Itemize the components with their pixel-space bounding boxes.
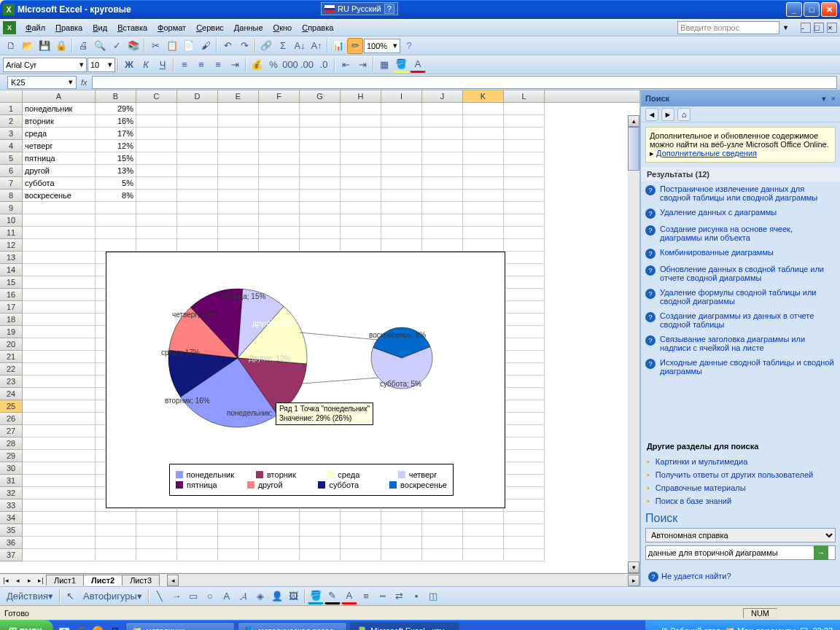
- cell[interactable]: [463, 549, 504, 561]
- cell[interactable]: [504, 289, 545, 301]
- maximize-button[interactable]: □: [804, 2, 820, 17]
- cell[interactable]: [23, 450, 96, 462]
- cell[interactable]: [23, 252, 96, 264]
- cell[interactable]: [300, 524, 341, 537]
- cell[interactable]: [381, 524, 422, 537]
- copy-icon[interactable]: 📋: [164, 38, 180, 54]
- help-result-item[interactable]: ?Исходные данные сводной таблицы и сводн…: [645, 355, 836, 378]
- cell[interactable]: [23, 214, 96, 227]
- print-icon[interactable]: 🖨: [75, 38, 91, 54]
- embedded-chart[interactable]: пятница; 15% четверг; 12% среда; 17% вто…: [106, 252, 505, 508]
- rectangle-icon[interactable]: ▭: [185, 588, 201, 604]
- cell[interactable]: [504, 140, 545, 152]
- row-header[interactable]: 4: [0, 140, 23, 152]
- row-header[interactable]: 29: [0, 450, 23, 462]
- cell[interactable]: [177, 214, 218, 227]
- cell[interactable]: [136, 115, 177, 128]
- cell[interactable]: другой: [23, 165, 96, 177]
- cut-icon[interactable]: ✂: [147, 38, 163, 54]
- help-icon[interactable]: ?: [401, 38, 417, 54]
- menu-Справка[interactable]: Справка: [297, 22, 338, 34]
- row-header[interactable]: 16: [0, 289, 23, 301]
- cell[interactable]: [341, 140, 381, 152]
- cell[interactable]: [422, 549, 463, 561]
- cell[interactable]: [218, 239, 259, 252]
- menu-Сервис[interactable]: Сервис: [191, 22, 229, 34]
- cell[interactable]: среда: [23, 128, 96, 140]
- increase-decimal-icon[interactable]: .00: [299, 57, 315, 73]
- menu-Данные[interactable]: Данные: [229, 22, 268, 34]
- cell[interactable]: [96, 549, 136, 561]
- cell[interactable]: [23, 438, 96, 450]
- menu-Формат[interactable]: Формат: [152, 22, 191, 34]
- line-icon[interactable]: ╲: [152, 588, 168, 604]
- row-header[interactable]: 37: [0, 549, 23, 561]
- cell[interactable]: [504, 252, 545, 264]
- search-go-button[interactable]: →: [814, 545, 828, 560]
- decrease-decimal-icon[interactable]: .0: [316, 57, 332, 73]
- cell[interactable]: [136, 190, 177, 202]
- cell[interactable]: [463, 115, 504, 128]
- cell[interactable]: [504, 537, 545, 549]
- cell[interactable]: [136, 202, 177, 214]
- col-header[interactable]: D: [177, 90, 218, 102]
- cell[interactable]: [300, 227, 341, 239]
- cell[interactable]: [341, 239, 381, 252]
- app-icon[interactable]: X: [3, 21, 16, 34]
- save-icon[interactable]: 💾: [36, 38, 52, 54]
- percent-icon[interactable]: %: [265, 57, 281, 73]
- cell[interactable]: [381, 103, 422, 115]
- row-header[interactable]: 31: [0, 475, 23, 487]
- row-header[interactable]: 36: [0, 537, 23, 549]
- language-indicator[interactable]: RU Русский ?: [321, 2, 398, 15]
- autosum-icon[interactable]: Σ: [275, 38, 291, 54]
- cell[interactable]: [23, 314, 96, 326]
- font-color-icon[interactable]: A: [341, 588, 357, 604]
- row-header[interactable]: 20: [0, 338, 23, 351]
- cell[interactable]: [300, 190, 341, 202]
- cell[interactable]: [259, 140, 300, 152]
- borders-icon[interactable]: ▦: [376, 57, 392, 73]
- diagram-icon[interactable]: ◈: [252, 588, 268, 604]
- taskbar-item[interactable]: 📗 Microsoft Excel - кру...: [350, 622, 459, 630]
- cell[interactable]: [23, 351, 96, 363]
- cell[interactable]: [259, 103, 300, 115]
- undo-icon[interactable]: ↶: [219, 38, 236, 54]
- cell[interactable]: [422, 152, 463, 165]
- more-info-link[interactable]: Дополнительные сведения: [656, 149, 757, 158]
- row-header[interactable]: 21: [0, 351, 23, 363]
- minimize-button[interactable]: _: [786, 2, 802, 17]
- cell[interactable]: [136, 239, 177, 252]
- cell[interactable]: [177, 140, 218, 152]
- cell[interactable]: [463, 190, 504, 202]
- help-result-item[interactable]: ?Удаление формулы сводной таблицы или св…: [645, 285, 836, 308]
- cell[interactable]: [381, 190, 422, 202]
- cell[interactable]: [504, 338, 545, 351]
- fill-icon[interactable]: 🪣: [308, 588, 324, 604]
- cell[interactable]: [136, 128, 177, 140]
- cell[interactable]: [136, 165, 177, 177]
- cell[interactable]: [23, 376, 96, 388]
- cell[interactable]: [422, 239, 463, 252]
- cell[interactable]: [259, 214, 300, 227]
- col-header[interactable]: H: [341, 90, 381, 102]
- align-left-icon[interactable]: ≡: [176, 57, 192, 73]
- row-header[interactable]: 8: [0, 190, 23, 202]
- increase-indent-icon[interactable]: ⇥: [354, 57, 370, 73]
- row-header[interactable]: 35: [0, 524, 23, 537]
- doc-restore-button[interactable]: -: [801, 23, 811, 33]
- cell[interactable]: [218, 152, 259, 165]
- zoom-combo[interactable]: 100%▾: [364, 39, 400, 53]
- search-query-input[interactable]: [645, 545, 836, 560]
- cell[interactable]: [341, 103, 381, 115]
- row-header[interactable]: 18: [0, 314, 23, 326]
- cell[interactable]: [422, 128, 463, 140]
- start-button[interactable]: ⊞пуск: [0, 620, 53, 630]
- documents-link[interactable]: 📁 Мои документы: [725, 626, 796, 631]
- cell[interactable]: [300, 177, 341, 190]
- row-header[interactable]: 5: [0, 152, 23, 165]
- decrease-indent-icon[interactable]: ⇤: [338, 57, 354, 73]
- cell[interactable]: [341, 202, 381, 214]
- cell[interactable]: [259, 115, 300, 128]
- paste-icon[interactable]: 📄: [181, 38, 197, 54]
